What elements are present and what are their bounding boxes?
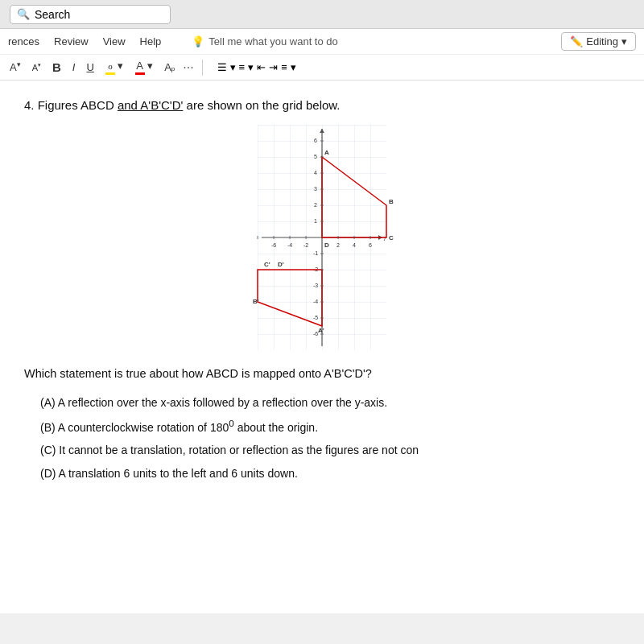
increase-indent-icon[interactable]: ⇥ (269, 61, 278, 73)
svg-text:-6: -6 (271, 242, 276, 248)
choice-a: (A) A reflection over the x-axis followe… (24, 392, 620, 414)
font-size-down-button[interactable]: A▾ (6, 59, 24, 75)
search-label: Search (35, 8, 70, 21)
document-area: 4. Figures ABCD and A'B'C'D' are shown o… (0, 80, 644, 613)
choice-b: (B) A counterclockwise rotation of 1800 … (24, 415, 620, 438)
svg-text:-4: -4 (287, 242, 292, 248)
svg-text:3: 3 (314, 186, 317, 192)
editing-button[interactable]: ✏️ Editing ▾ (561, 32, 636, 51)
menu-view[interactable]: View (103, 35, 126, 47)
choice-d-text: A translation 6 units to the left and 6 … (59, 467, 298, 480)
font-size-up-button[interactable]: A▾ (29, 60, 44, 74)
question-text: 4. Figures ABCD and A'B'C'D' are shown o… (24, 97, 620, 114)
italic-button[interactable]: I (69, 60, 79, 75)
answer-choices: Which statement is true about how ABCD i… (24, 363, 620, 485)
font-style-button[interactable]: Ap (161, 60, 178, 75)
chevron-down-icon[interactable]: ▾ (230, 61, 236, 73)
svg-text:D': D' (278, 261, 284, 268)
choice-b-label: (B) (40, 421, 56, 434)
svg-text:1: 1 (314, 218, 317, 224)
underline-button[interactable]: U (83, 60, 97, 75)
menu-references[interactable]: rences (8, 35, 39, 47)
underlined-figures: and A'B'C'D' (118, 98, 184, 112)
svg-text:2: 2 (314, 202, 317, 208)
ribbon-menu-row: rences Review View Help 💡 Tell me what y… (0, 29, 644, 55)
numbered-list-icon[interactable]: ≡ (239, 61, 246, 73)
svg-text:A': A' (318, 327, 324, 334)
svg-text:-4: -4 (313, 299, 318, 304)
degree-superscript: 0 (229, 418, 233, 428)
chevron-down-icon2[interactable]: ▾ (248, 61, 254, 73)
separator (202, 60, 203, 76)
svg-text:2: 2 (336, 242, 340, 248)
choice-c: (C) It cannot be a translation, rotation… (24, 440, 620, 461)
tell-me-text: Tell me what you want to do (208, 35, 337, 47)
bullet-list-icon[interactable]: ☰ (217, 61, 227, 73)
menu-review[interactable]: Review (54, 35, 89, 47)
ribbon-tools-row: A▾ A▾ B I U ℴ ▾ A ▾ Ap ··· ☰ ▾ ≡ ▾ ⇤ (0, 55, 644, 80)
chevron-down-icon: ▾ (621, 35, 627, 47)
pencil-icon: ✏️ (570, 35, 583, 47)
title-bar: 🔍 Search (0, 0, 644, 29)
svg-text:-1: -1 (313, 250, 318, 256)
align-icon[interactable]: ≡ (281, 61, 287, 73)
choice-c-label: (C) (40, 444, 56, 456)
font-color-button[interactable]: A ▾ (132, 58, 157, 76)
editing-label: Editing (586, 35, 618, 47)
choice-a-label: (A) (40, 396, 56, 409)
coordinate-graph: -6 -4 -2 2 4 6 7 6 5 4 3 2 1 -1 -2 -3 -4… (193, 125, 451, 350)
svg-text:4: 4 (314, 170, 317, 175)
highlight-button[interactable]: ℴ ▾ (102, 58, 127, 76)
svg-text:4: 4 (353, 242, 356, 248)
svg-text:B: B (389, 198, 394, 205)
which-statement-text: Which statement is true about how ABCD i… (24, 363, 620, 386)
svg-text:6: 6 (314, 138, 317, 143)
menu-help[interactable]: Help (140, 35, 162, 47)
chevron-down-icon3[interactable]: ▾ (291, 61, 296, 73)
svg-text:-2: -2 (303, 242, 308, 248)
question-number: 4. Figures ABCD (24, 98, 118, 112)
svg-text:-3: -3 (313, 283, 318, 288)
choice-d: (D) A translation 6 units to the left an… (24, 463, 620, 485)
svg-text:C: C (389, 234, 394, 242)
choice-a-text: A reflection over the x-axis followed by… (58, 396, 387, 409)
lightbulb-icon: 💡 (192, 35, 204, 47)
question-text-end: are shown on the grid below. (183, 98, 340, 112)
svg-text:D: D (324, 242, 329, 249)
svg-text:-5: -5 (313, 315, 318, 320)
choice-b-text: A counterclockwise rotation of 1800 abou… (58, 421, 318, 434)
more-tools-button[interactable]: ··· (183, 60, 193, 75)
graph-container: -6 -4 -2 2 4 6 7 6 5 4 3 2 1 -1 -2 -3 -4… (24, 125, 620, 350)
search-icon: 🔍 (17, 8, 30, 20)
svg-text:C': C' (264, 261, 270, 268)
tell-me-box[interactable]: 💡 Tell me what you want to do (192, 35, 337, 47)
list-icons: ☰ ▾ ≡ ▾ ⇤ ⇥ ≡ ▾ (217, 61, 296, 73)
search-box[interactable]: 🔍 Search (10, 5, 171, 24)
svg-text:A: A (324, 149, 329, 156)
decrease-indent-icon[interactable]: ⇤ (257, 61, 266, 73)
svg-text:5: 5 (314, 154, 317, 159)
bold-button[interactable]: B (49, 59, 64, 76)
svg-text:B': B' (253, 298, 259, 305)
svg-text:6: 6 (369, 242, 372, 248)
choice-c-text: It cannot be a translation, rotation or … (59, 444, 419, 456)
ribbon: rences Review View Help 💡 Tell me what y… (0, 29, 644, 80)
choice-d-label: (D) (40, 467, 56, 480)
